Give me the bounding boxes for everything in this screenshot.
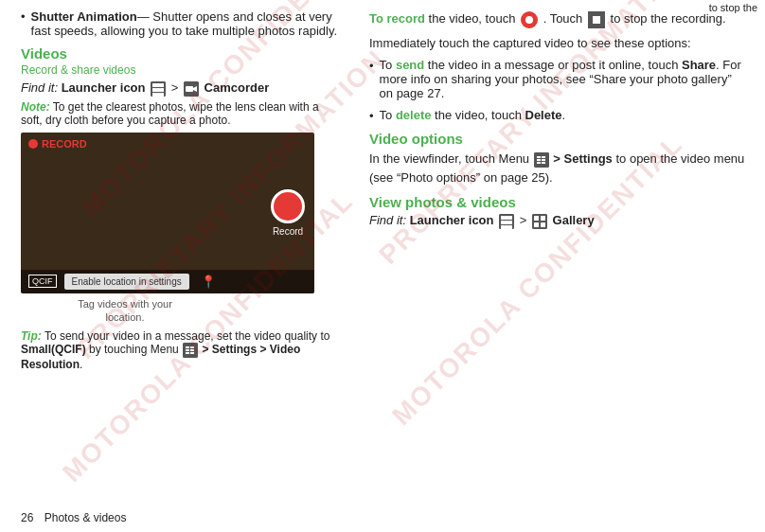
page-container: • Shutter Animation— Shutter opens and c…	[0, 0, 765, 532]
svg-rect-37	[508, 225, 512, 229]
delete-text1: the video, touch	[431, 108, 525, 122]
send-text1: the video in a message or post it online…	[424, 58, 682, 72]
find-it-line: Find it: Launcher icon > Camcorder	[21, 80, 343, 97]
page-label: Photos & videos	[44, 511, 127, 524]
svg-rect-22	[537, 156, 541, 158]
location-icon: 📍	[201, 275, 216, 289]
send-to: To	[380, 58, 396, 72]
find-it-end: Camcorder	[205, 80, 270, 95]
svg-rect-33	[505, 221, 508, 224]
stop-square	[593, 16, 600, 24]
record-button[interactable]: Record	[271, 189, 305, 237]
view-find-text: Launcher icon	[410, 213, 497, 227]
find-it-separator: >	[171, 80, 182, 95]
tip-text: To send your video in a message, set the…	[42, 329, 330, 343]
svg-rect-7	[152, 93, 156, 97]
svg-rect-30	[505, 216, 508, 220]
svg-rect-39	[534, 216, 539, 221]
svg-rect-6	[160, 88, 164, 92]
record-label: Record	[273, 226, 303, 237]
svg-rect-3	[160, 83, 164, 87]
send-kw: send	[396, 58, 424, 72]
camcorder-icon	[184, 81, 199, 97]
record-share-link[interactable]: Record & share videos	[21, 63, 343, 77]
recording-dot	[28, 139, 38, 149]
tip-line: Tip: To send your video in a message, se…	[21, 329, 343, 371]
video-options-text: In the viewfinder, touch Menu > Settings…	[369, 150, 748, 186]
qcif-badge: QCIF	[28, 275, 57, 288]
camera-viewfinder: RECORD Record QCIF Enable location in se…	[21, 133, 314, 293]
svg-rect-41	[534, 222, 539, 227]
note-label: Note:	[21, 100, 50, 114]
svg-rect-8	[156, 93, 160, 97]
svg-rect-23	[537, 159, 541, 161]
launcher-icon	[151, 81, 166, 97]
send-bullet: • To send the video in a message or post…	[369, 58, 748, 100]
to-record-kw: To record	[369, 11, 425, 26]
menu-icon-inline	[183, 343, 198, 358]
find-it-text: Launcher icon	[62, 80, 146, 95]
svg-rect-35	[501, 225, 505, 229]
svg-rect-17	[190, 346, 194, 348]
view-photos-title: View photos & videos	[369, 194, 748, 210]
bullet-dot-send: •	[369, 59, 374, 73]
shutter-animation-text: Shutter Animation— Shutter opens and clo…	[31, 9, 343, 38]
tip-end: .	[80, 358, 82, 371]
svg-rect-42	[541, 222, 545, 227]
svg-rect-27	[542, 162, 545, 164]
shutter-term: Shutter Animation	[31, 9, 137, 24]
svg-rect-15	[186, 349, 189, 351]
right-column: To record the video, touch . Touch to st…	[360, 9, 765, 523]
page-number: 26	[21, 511, 33, 524]
svg-rect-25	[542, 156, 545, 158]
video-options-title: Video options	[369, 131, 748, 147]
find-it-label: Find it:	[21, 80, 58, 95]
svg-rect-24	[537, 162, 541, 164]
svg-rect-9	[160, 93, 164, 97]
gallery-icon	[532, 214, 547, 229]
bullet-dot-delete: •	[369, 109, 374, 123]
tag-caption: Tag videos with your location.	[68, 297, 182, 325]
to-record-line: To record the video, touch . Touch to st…	[369, 9, 748, 28]
svg-rect-1	[152, 83, 156, 87]
svg-rect-2	[156, 83, 160, 87]
menu-icon-right	[534, 152, 549, 168]
delete-text2: .	[562, 108, 566, 122]
page-footer: 26 Photos & videos	[21, 511, 126, 524]
bullet-dot: •	[21, 9, 26, 24]
note-text: To get the clearest photos, wipe the len…	[21, 100, 319, 127]
recording-text: RECORD	[42, 138, 87, 150]
view-find-it: Find it: Launcher icon > Gallery	[369, 213, 748, 229]
svg-rect-14	[186, 346, 189, 348]
immediately-line: Immediately touch the captured video to …	[369, 34, 748, 53]
svg-rect-11	[186, 86, 193, 92]
to-record-2: the video, touch	[425, 11, 519, 26]
view-find-end: Gallery	[553, 213, 595, 227]
svg-rect-26	[542, 159, 545, 161]
note-line: Note: To get the clearest photos, wipe t…	[21, 100, 343, 127]
view-find-label: Find it:	[369, 213, 406, 227]
delete-bullet: • To delete the video, touch Delete.	[369, 108, 748, 123]
svg-rect-16	[186, 352, 189, 354]
svg-rect-4	[152, 88, 156, 92]
view-find-sep: >	[520, 213, 530, 227]
to-record-4: to stop the recording.	[611, 11, 726, 26]
delete-to: To	[380, 108, 396, 122]
delete-text: To delete the video, touch Delete.	[380, 108, 566, 122]
stop-icon-inline	[588, 11, 605, 28]
svg-rect-31	[508, 216, 512, 220]
tip-label: Tip:	[21, 329, 42, 343]
delete-bold: Delete	[525, 108, 562, 122]
vo-text1: In the viewfinder, touch Menu	[369, 151, 533, 166]
record-circle	[271, 189, 305, 223]
delete-kw: delete	[396, 108, 432, 122]
to-record-3: . Touch	[543, 11, 586, 26]
vo-settings: > Settings	[553, 151, 613, 166]
location-box[interactable]: Enable location in settings	[64, 274, 189, 290]
share-bold: Share	[682, 58, 716, 72]
tip-text2: by touching Menu	[86, 343, 182, 356]
send-text: To send the video in a message or post i…	[380, 58, 748, 100]
recording-badge: RECORD	[28, 138, 87, 150]
svg-rect-19	[190, 352, 194, 354]
left-column: • Shutter Animation— Shutter opens and c…	[0, 9, 360, 523]
